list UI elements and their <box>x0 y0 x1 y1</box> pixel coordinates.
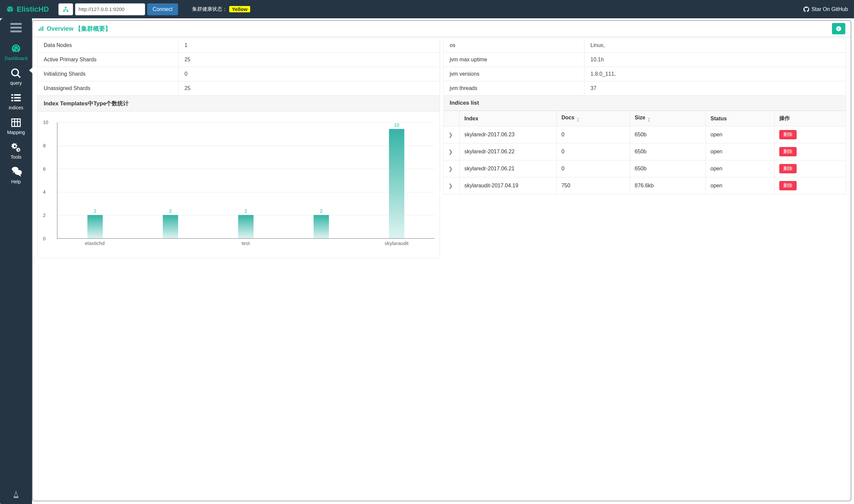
cell-index: skylaredr-2017.06.22 <box>460 143 557 160</box>
cell-index: skylaraudit-2017.04.19 <box>460 177 557 194</box>
delete-button[interactable]: 删除 <box>779 181 797 190</box>
cell-docs: 750 <box>556 177 630 194</box>
active-indicator <box>29 67 33 74</box>
connection-url-input[interactable] <box>75 3 145 15</box>
expand-row-icon[interactable]: ❯ <box>444 126 460 143</box>
sidebar-item-mapping[interactable]: Mapping <box>0 114 32 138</box>
col-size[interactable]: Size▲▼ <box>630 111 705 126</box>
gears-icon <box>10 142 22 153</box>
brand[interactable]: ElisticHD <box>6 5 49 14</box>
chart-bars: 222210 <box>57 122 434 238</box>
indices-section-title: Indices list <box>443 96 846 111</box>
cluster-stats-right: osLinux,jvm max uptime10.1hjvm versions1… <box>443 38 846 96</box>
github-icon <box>803 6 809 12</box>
stats-value: 1 <box>178 38 440 53</box>
svg-rect-0 <box>65 7 66 8</box>
templates-section-title: Index Templates中Type个数统计 <box>37 96 440 112</box>
bar-chart-icon <box>38 26 44 32</box>
delete-button[interactable]: 删除 <box>779 164 797 173</box>
sidebar-item-label: query <box>10 80 22 86</box>
dashboard-icon <box>10 43 22 54</box>
stats-row: Active Primary Shards25 <box>38 53 440 67</box>
menu-toggle-icon[interactable] <box>10 23 22 34</box>
cell-ops: 删除 <box>774 177 846 194</box>
indices-table: Index Docs▲▼ Size▲▼ Status 操作 ❯skylaredr… <box>443 111 846 194</box>
cell-docs: 0 <box>556 160 630 177</box>
health-badge: Yellow <box>229 6 250 12</box>
svg-rect-3 <box>10 23 22 25</box>
stats-row: Unassigned Shards25 <box>38 81 440 96</box>
chart-bar-value: 2 <box>320 208 323 214</box>
chart-bar <box>389 129 404 238</box>
stats-key: jvm threads <box>444 81 585 96</box>
main-panel: Overview 【集群概要】 Data Nodes1Active Primar… <box>32 20 851 501</box>
cell-docs: 0 <box>556 126 630 143</box>
delete-button[interactable]: 删除 <box>779 130 797 139</box>
sidebar-item-query[interactable]: query <box>0 64 32 89</box>
stats-value: 25 <box>178 81 440 96</box>
chart-bar-slot: 2 <box>208 122 283 238</box>
chart-bar-value: 2 <box>94 208 97 214</box>
table-row: ❯skylaredr-2017.06.220650bopen删除 <box>444 143 846 160</box>
svg-rect-18 <box>838 28 839 30</box>
svg-rect-5 <box>10 30 22 32</box>
expand-row-icon[interactable]: ❯ <box>444 160 460 177</box>
cluster-stats-left: Data Nodes1Active Primary Shards25Initia… <box>37 38 440 96</box>
sidebar-item-dashboard[interactable]: Dashboard <box>0 40 32 64</box>
cell-ops: 删除 <box>774 143 846 160</box>
cell-status: open <box>705 143 774 160</box>
gauge-icon <box>6 5 14 13</box>
cell-status: open <box>705 160 774 177</box>
chat-icon <box>10 166 22 178</box>
stats-row: Initializing Shards0 <box>38 67 440 81</box>
delete-button[interactable]: 删除 <box>779 147 797 156</box>
chart-bar-slot: 2 <box>133 122 208 238</box>
chart-bar-value: 2 <box>169 208 172 214</box>
col-docs[interactable]: Docs▲▼ <box>556 111 630 126</box>
connect-button[interactable]: Connect <box>147 3 178 15</box>
sidebar-item-indices[interactable]: indices <box>0 89 32 114</box>
stats-row: osLinux, <box>444 38 846 53</box>
github-link[interactable]: Star On GitHub <box>803 6 848 12</box>
expand-row-icon[interactable]: ❯ <box>444 177 460 194</box>
stats-key: jvm max uptime <box>444 53 585 67</box>
sidebar-item-help[interactable]: Help <box>0 163 32 188</box>
chart-bar <box>163 215 178 238</box>
list-icon <box>10 92 22 104</box>
top-nav: ElisticHD Connect 集群健康状态： Yellow Star On… <box>0 0 854 18</box>
stats-value: Linux, <box>585 38 846 53</box>
cluster-health: 集群健康状态： Yellow <box>192 6 250 12</box>
stats-key: os <box>444 38 585 53</box>
table-row: ❯skylaredr-2017.06.210650bopen删除 <box>444 160 846 177</box>
col-status: Status <box>705 111 774 126</box>
stats-value: 10.1h <box>585 53 846 67</box>
chart-ytick: 10 <box>43 120 48 125</box>
svg-point-19 <box>838 27 839 28</box>
flask-icon[interactable] <box>12 490 20 501</box>
chart-bar <box>314 215 329 238</box>
cell-size: 650b <box>630 143 705 160</box>
table-row: ❯skylaredr-2017.06.230650bopen删除 <box>444 126 846 143</box>
svg-rect-8 <box>14 94 21 96</box>
stats-value: 37 <box>585 81 846 96</box>
stats-value: 25 <box>178 53 440 67</box>
sidebar-item-label: Help <box>11 179 21 184</box>
sitemap-icon[interactable] <box>58 3 73 15</box>
right-column: osLinux,jvm max uptime10.1hjvm versions1… <box>443 38 846 258</box>
svg-rect-4 <box>10 27 22 29</box>
cell-ops: 删除 <box>774 126 846 143</box>
info-icon <box>836 26 842 32</box>
svg-rect-13 <box>12 119 20 127</box>
stats-value: 1.8.0_111, <box>585 67 846 81</box>
sort-icon: ▲▼ <box>576 117 579 122</box>
svg-rect-11 <box>11 100 13 101</box>
panel-body[interactable]: Data Nodes1Active Primary Shards25Initia… <box>33 37 851 501</box>
info-button[interactable] <box>832 23 845 34</box>
sidebar-item-label: Mapping <box>7 130 25 135</box>
connection-group: Connect <box>58 3 178 15</box>
sidebar-item-tools[interactable]: Tools <box>0 138 32 163</box>
chart-bar <box>87 215 103 238</box>
expand-row-icon[interactable]: ❯ <box>444 143 460 160</box>
chart-ytick: 0 <box>43 236 46 241</box>
panel-header: Overview 【集群概要】 <box>33 21 851 37</box>
